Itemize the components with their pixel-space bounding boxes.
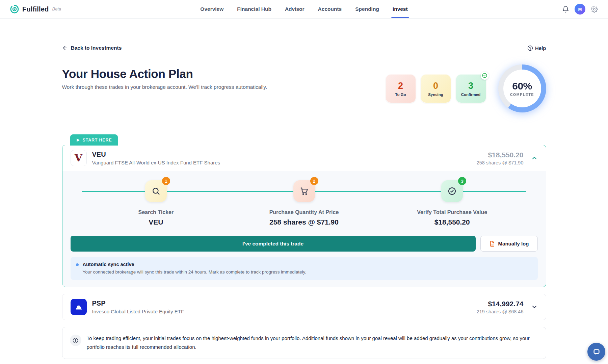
completed-trade-button[interactable]: I've completed this trade [71, 236, 476, 252]
nav-item-financial-hub[interactable]: Financial Hub [237, 0, 271, 18]
trade-card-veu: V VEU Vanguard FTSE All-World ex-US Inde… [62, 145, 546, 287]
cart-icon [299, 186, 309, 196]
sync-note-title: Automatic sync active [83, 262, 532, 267]
step-3-badge: 3 [458, 177, 466, 185]
mountain-icon [74, 302, 84, 312]
psp-fund-name: Invesco Global Listed Private Equity ETF [92, 309, 477, 314]
trade-header-veu[interactable]: V VEU Vanguard FTSE All-World ex-US Inde… [62, 145, 546, 171]
manually-log-button[interactable]: Manually log [480, 236, 538, 252]
arrow-left-icon [62, 45, 68, 51]
footnote-card: To keep trading efficient, your initial … [62, 327, 546, 359]
nav-item-advisor[interactable]: Advisor [285, 0, 305, 18]
veu-fund-name: Vanguard FTSE All-World ex-US Index Fund… [92, 160, 477, 165]
notification-bell-icon[interactable] [562, 6, 569, 13]
brand-name: Fulfilled [22, 5, 49, 13]
brand-logo-icon [10, 5, 19, 14]
trade-header-psp[interactable]: PSP Invesco Global Listed Private Equity… [62, 294, 546, 320]
veu-shares: 258 shares @ $71.90 [477, 160, 524, 165]
play-icon [76, 138, 80, 142]
question-circle-icon [527, 45, 533, 51]
psp-fund-logo [71, 299, 87, 315]
page-title: Your House Action Plan [62, 67, 267, 81]
veu-fund-logo: V [71, 150, 87, 166]
top-navbar: Fulfilled Beta Overview Financial Hub Ad… [0, 0, 608, 19]
check-circle-icon [447, 186, 457, 196]
main-content: Back to Investments Help Your House Acti… [62, 19, 546, 359]
start-here-badge[interactable]: START HERE [70, 134, 118, 146]
veu-total-value: $18,550.20 [477, 151, 524, 159]
veu-steps: 1 Search Ticker VEU [71, 171, 538, 233]
chat-bubble-icon [592, 347, 601, 356]
progress-label: COMPLETE [510, 93, 534, 97]
psp-ticker: PSP [92, 300, 477, 307]
page-subtitle: Work through these trades in your broker… [62, 84, 267, 90]
step-1-badge: 1 [162, 177, 170, 185]
nav-item-invest[interactable]: Invest [393, 0, 408, 18]
progress-ring: 60% COMPLETE [498, 64, 546, 112]
psp-total-value: $14,992.74 [477, 300, 524, 308]
title-block: Your House Action Plan Work through thes… [62, 67, 267, 90]
main-nav: Overview Financial Hub Advisor Accounts … [200, 0, 407, 18]
stat-to-go: 2 To Go [386, 74, 416, 103]
auto-sync-note: Automatic sync active Your connected bro… [71, 257, 538, 280]
stat-confirmed: 3 Confirmed [456, 74, 486, 103]
search-icon [151, 186, 161, 196]
psp-shares: 219 shares @ $68.46 [477, 309, 524, 314]
info-icon [70, 335, 81, 346]
trade-card-psp: PSP Invesco Global Listed Private Equity… [62, 294, 546, 320]
chevron-up-icon[interactable] [531, 155, 538, 161]
footnote-text: To keep trading efficient, your initial … [87, 334, 538, 352]
beta-tag: Beta [52, 6, 61, 12]
trades-section: START HERE V VEU Vanguard FTSE All-World… [62, 145, 546, 359]
step-search-ticker: 1 Search Ticker VEU [82, 180, 230, 226]
step-verify-value: 3 Verify Total Purchase Value $18,550.20 [378, 180, 526, 226]
confirmed-check-icon [481, 72, 489, 80]
chat-widget-button[interactable] [587, 343, 605, 361]
nav-item-accounts[interactable]: Accounts [318, 0, 342, 18]
document-icon [489, 241, 495, 247]
avatar[interactable]: M [575, 4, 585, 15]
back-to-investments-link[interactable]: Back to Investments [62, 45, 122, 51]
veu-expanded-section: 1 Search Ticker VEU [62, 171, 546, 287]
progress-stats: 2 To Go 0 Syncing 3 Confirmed 60% [386, 64, 546, 112]
nav-item-spending[interactable]: Spending [355, 0, 379, 18]
brand[interactable]: Fulfilled Beta [10, 5, 61, 14]
step-purchase-quantity: 2 Purchase Quantity At Price 258 shares … [230, 180, 378, 226]
help-link[interactable]: Help [527, 45, 546, 51]
progress-percent: 60% [512, 80, 532, 92]
stat-syncing: 0 Syncing [421, 74, 451, 103]
chevron-down-icon[interactable] [531, 304, 538, 310]
sync-status-dot [76, 263, 79, 266]
nav-item-overview[interactable]: Overview [200, 0, 223, 18]
nav-right: M [562, 4, 598, 15]
gear-icon[interactable] [591, 6, 598, 13]
sync-note-text: Your connected brokerage will sync this … [83, 269, 532, 275]
step-2-badge: 2 [310, 177, 318, 185]
veu-ticker: VEU [92, 151, 477, 158]
